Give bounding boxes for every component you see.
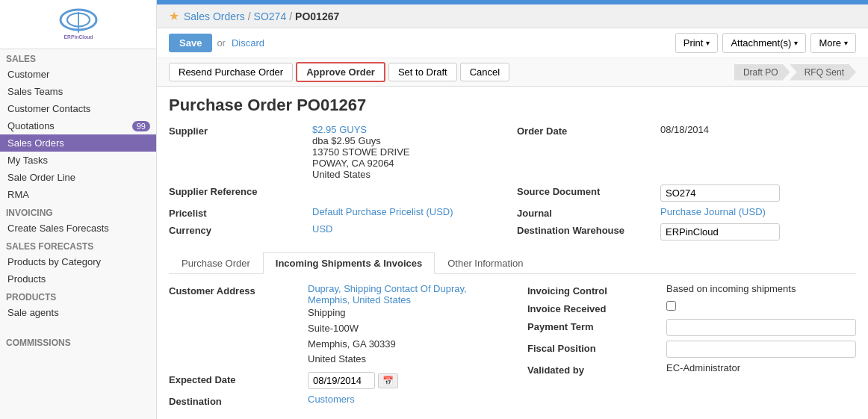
customer-address-value: Dupray, Shipping Contact Of Dupray, Memp… <box>308 283 497 367</box>
form-grid: Supplier $2.95 GUYS dba $2.95 Guys 13750… <box>169 124 856 240</box>
supplier-name-link[interactable]: $2.95 GUYS <box>312 124 508 135</box>
sidebar-item-customer-contacts[interactable]: Customer Contacts <box>0 100 156 117</box>
sidebar-item-sales-orders[interactable]: Sales Orders <box>0 134 156 152</box>
breadcrumb-po01267: PO01267 <box>295 10 339 22</box>
resend-purchase-order-button[interactable]: Resend Purchase Order <box>169 63 293 81</box>
tab-content: Customer Address Dupray, Shipping Contac… <box>169 283 856 412</box>
supplier-address1: 13750 STOWE DRIVE <box>312 146 508 158</box>
breadcrumb-sep-2: / <box>289 10 292 22</box>
print-button[interactable]: Print ▾ <box>675 33 719 53</box>
sidebar-item-products-category[interactable]: Sale agents <box>0 304 156 321</box>
sidebar: ERPinCloud Sales Customer Sales Teams Cu… <box>0 0 157 419</box>
set-to-draft-button[interactable]: Set to Draft <box>388 63 457 81</box>
tabs-bar: Purchase Order Incoming Shipments & Invo… <box>169 252 856 274</box>
status-draft-po: Draft PO <box>734 64 790 81</box>
currency-value: USD <box>312 223 508 235</box>
journal-link[interactable]: Purchase Journal (USD) <box>660 206 766 217</box>
pricelist-value: Default Purchase Pricelist (USD) <box>312 206 508 217</box>
sidebar-item-my-tasks[interactable]: My Tasks <box>0 152 156 169</box>
invoicing-control-label: Invoicing Control <box>527 283 662 297</box>
order-date-value: 08/18/2014 <box>660 124 856 135</box>
destination-link[interactable]: Customers <box>308 394 355 405</box>
fiscal-position-label: Fiscal Position <box>527 341 662 354</box>
destination-row: Destination Customers <box>169 394 497 407</box>
breadcrumb-sales-orders[interactable]: Sales Orders <box>184 10 245 22</box>
star-icon[interactable]: ★ <box>169 9 179 23</box>
supplier-value: $2.95 GUYS dba $2.95 Guys 13750 STOWE DR… <box>312 124 508 180</box>
sidebar-section-forecasts: Sales Forecasts <box>0 237 156 253</box>
expected-date-value: 📅 <box>308 372 497 389</box>
order-date-label: Order Date <box>517 124 651 137</box>
action-bar: Save or Discard Print ▾ Attachment(s) ▾ … <box>157 28 868 58</box>
cancel-button[interactable]: Cancel <box>460 63 509 81</box>
more-caret-icon: ▾ <box>844 39 848 47</box>
form-title: Purchase Order PO01267 <box>169 96 856 115</box>
dest-warehouse-label: Destination Warehouse <box>517 223 651 236</box>
sidebar-item-customer[interactable]: Customer <box>0 66 156 83</box>
expected-date-row: Expected Date 📅 <box>169 372 497 389</box>
source-doc-input[interactable] <box>660 184 780 202</box>
validated-by-value: EC-Administrator <box>666 362 856 373</box>
supplier-city: POWAY, CA 92064 <box>312 158 508 169</box>
dest-warehouse-input[interactable] <box>660 223 780 240</box>
save-button[interactable]: Save <box>169 34 212 52</box>
sidebar-section-invoicing: Invoicing <box>0 203 156 220</box>
discard-button[interactable]: Discard <box>232 37 264 49</box>
sidebar-item-sale-order-line[interactable]: Sale Order Line <box>0 169 156 186</box>
or-label: or <box>217 37 226 49</box>
invoice-received-checkbox[interactable] <box>666 301 676 311</box>
customer-address-link[interactable]: Dupray, Shipping Contact Of Dupray, Memp… <box>308 283 497 305</box>
print-caret-icon: ▾ <box>706 39 710 47</box>
attachment-button[interactable]: Attachment(s) ▾ <box>722 33 806 53</box>
source-doc-value <box>660 184 856 202</box>
sidebar-item-quotations[interactable]: Quotations 99 <box>0 117 156 134</box>
tab-purchase-order[interactable]: Purchase Order <box>169 252 263 274</box>
customer-address-row: Customer Address Dupray, Shipping Contac… <box>169 283 497 367</box>
dest-warehouse-value <box>660 223 856 240</box>
breadcrumb-so274[interactable]: SO274 <box>254 10 287 22</box>
payment-term-input[interactable] <box>666 319 856 336</box>
fiscal-position-row: Fiscal Position <box>527 341 856 358</box>
sidebar-section-products: Products <box>0 288 156 304</box>
invoice-received-row: Invoice Received <box>527 301 856 314</box>
supplier-ref-label: Supplier Reference <box>169 184 303 197</box>
tab-right-panel: Invoicing Control Based on incoming ship… <box>527 283 856 412</box>
sidebar-item-create-forecasts[interactable]: Products by Category <box>0 253 156 270</box>
invoice-received-label: Invoice Received <box>527 301 662 314</box>
sidebar-item-rma[interactable]: RMA <box>0 186 156 203</box>
tab-other-information[interactable]: Other Information <box>435 252 536 274</box>
breadcrumb-sep-1: / <box>248 10 251 22</box>
quotations-badge: 99 <box>132 121 150 131</box>
sidebar-item-sale-agents[interactable] <box>0 350 156 356</box>
approve-order-button[interactable]: Approve Order <box>296 62 385 82</box>
invoicing-control-value: Based on incoming shipments <box>666 283 856 294</box>
sidebar-item-deliveries-invoice[interactable]: Create Sales Forecasts <box>0 220 156 237</box>
expected-date-label: Expected Date <box>169 372 303 385</box>
destination-label: Destination <box>169 394 303 407</box>
journal-label: Journal <box>517 206 651 219</box>
form-area: Purchase Order PO01267 Supplier $2.95 GU… <box>157 87 868 419</box>
sidebar-section-sales: Sales <box>0 49 156 66</box>
destination-value: Customers <box>308 394 497 405</box>
expected-date-wrap: 📅 <box>308 372 497 389</box>
validated-by-label: Validated by <box>527 362 662 376</box>
status-rfq-sent: RFQ Sent <box>790 64 856 81</box>
sidebar-item-sales-teams[interactable]: Sales Teams <box>0 83 156 100</box>
sidebar-item-products[interactable] <box>0 321 156 327</box>
logo: ERPinCloud <box>0 0 156 49</box>
supplier-country: United States <box>312 169 508 180</box>
more-button[interactable]: More ▾ <box>810 33 856 53</box>
breadcrumb: ★ Sales Orders / SO274 / PO01267 <box>157 4 868 28</box>
sidebar-item-sales-forecasts[interactable]: Products <box>0 270 156 288</box>
expected-date-input[interactable] <box>308 372 375 389</box>
currency-link[interactable]: USD <box>312 223 332 235</box>
fiscal-position-input[interactable] <box>666 341 856 358</box>
sidebar-item-products-attribute[interactable] <box>0 327 156 333</box>
payment-term-row: Payment Term <box>527 319 856 336</box>
svg-text:ERPinCloud: ERPinCloud <box>63 34 93 40</box>
calendar-icon-button[interactable]: 📅 <box>378 373 398 388</box>
tab-incoming-shipments[interactable]: Incoming Shipments & Invoices <box>263 252 435 274</box>
invoice-received-value <box>666 301 856 311</box>
pricelist-link[interactable]: Default Purchase Pricelist (USD) <box>312 206 453 217</box>
source-doc-label: Source Document <box>517 184 651 197</box>
